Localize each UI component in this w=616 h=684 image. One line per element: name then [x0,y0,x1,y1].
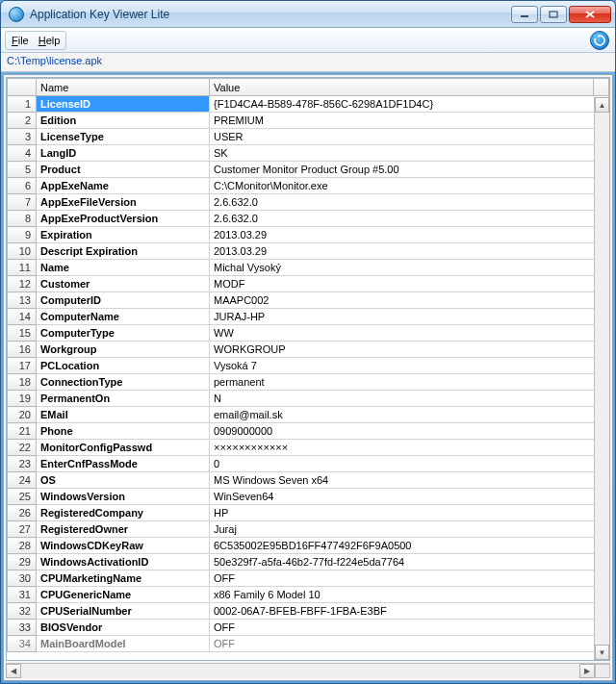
table-row[interactable]: 23EnterCnfPassMode0 [8,456,609,472]
table-row[interactable]: 27RegisteredOwnerJuraj [8,521,609,538]
cell-value[interactable]: MAAPC002 [210,292,609,309]
row-number[interactable]: 12 [8,276,37,292]
cell-name[interactable]: MainBoardModel [37,636,210,652]
vscroll-track[interactable] [595,113,609,645]
row-number[interactable]: 2 [8,113,37,129]
horizontal-scrollbar[interactable]: ◀ ▶ [6,663,610,678]
table-row[interactable]: 9Expiration2013.03.29 [8,227,609,243]
table-row[interactable]: 1LicenseID{F1D4CA4-B589-478F-856C-6298A1… [8,96,609,113]
row-number[interactable]: 27 [8,521,37,538]
cell-value[interactable]: Michal Vysoký [210,260,609,276]
table-row[interactable]: 25WindowsVersionWinSeven64 [8,489,609,505]
row-number[interactable]: 29 [8,554,37,570]
row-number[interactable]: 19 [8,391,37,407]
row-number[interactable]: 8 [8,211,37,227]
row-number[interactable]: 32 [8,603,37,620]
cell-value[interactable]: 0909000000 [210,423,609,440]
cell-value[interactable]: N [210,391,609,407]
cell-name[interactable]: Name [37,260,210,276]
row-number[interactable]: 26 [8,505,37,521]
table-row[interactable]: 16WorkgroupWORKGROUP [8,342,609,358]
row-number[interactable]: 22 [8,440,37,456]
cell-name[interactable]: Product [37,162,210,178]
row-number[interactable]: 9 [8,227,37,243]
scroll-left-button[interactable]: ◀ [6,664,21,678]
cell-name[interactable]: ComputerName [37,309,210,325]
table-row[interactable]: 11NameMichal Vysoký [8,260,609,276]
cell-name[interactable]: CPUGenericName [37,587,210,603]
table-row[interactable]: 31CPUGenericNamex86 Family 6 Model 10 [8,587,609,603]
cell-name[interactable]: LangID [37,145,210,162]
row-number[interactable]: 1 [8,96,37,113]
cell-name[interactable]: WindowsActivationID [37,554,210,570]
cell-name[interactable]: RegisteredOwner [37,521,210,538]
cell-name[interactable]: WindowsCDKeyRaw [37,538,210,554]
table-row[interactable]: 13ComputerIDMAAPC002 [8,292,609,309]
table-row[interactable]: 8AppExeProductVersion2.6.632.0 [8,211,609,227]
table-row[interactable]: 26RegisteredCompanyHP [8,505,609,521]
cell-value[interactable]: Juraj [210,521,609,538]
header-rownum[interactable] [8,79,37,96]
cell-name[interactable]: EnterCnfPassMode [37,456,210,472]
cell-value[interactable]: 2013.03.29 [210,243,609,260]
row-number[interactable]: 10 [8,243,37,260]
cell-name[interactable]: Descript Expiration [37,243,210,260]
table-row[interactable]: 29WindowsActivationID50e329f7-a5fa-46b2-… [8,554,609,570]
cell-value[interactable]: SK [210,145,609,162]
cell-value[interactable]: OFF [210,636,609,652]
cell-name[interactable]: Workgroup [37,342,210,358]
cell-value[interactable]: 0 [210,456,609,472]
cell-name[interactable]: Customer [37,276,210,292]
cell-name[interactable]: Phone [37,423,210,440]
table-row[interactable]: 28WindowsCDKeyRaw6C535002E95BD16FF477492… [8,538,609,554]
cell-value[interactable]: C:\CMonitor\Monitor.exe [210,178,609,194]
cell-name[interactable]: LicenseType [37,129,210,145]
cell-name[interactable]: CPUSerialNumber [37,603,210,620]
cell-value[interactable]: x86 Family 6 Model 10 [210,587,609,603]
cell-value[interactable]: USER [210,129,609,145]
cell-name[interactable]: CPUMarketingName [37,570,210,587]
row-number[interactable]: 24 [8,472,37,489]
minimize-button[interactable] [511,6,538,23]
table-row[interactable]: 4LangIDSK [8,145,609,162]
row-number[interactable]: 33 [8,620,37,636]
table-row[interactable]: 32CPUSerialNumber0002-06A7-BFEB-FBFF-1FB… [8,603,609,620]
cell-value[interactable]: WW [210,325,609,342]
row-number[interactable]: 4 [8,145,37,162]
close-button[interactable] [569,6,611,23]
table-row[interactable]: 17PCLocationVysoká 7 [8,358,609,374]
cell-value[interactable]: MODF [210,276,609,292]
table-row[interactable]: 33BIOSVendorOFF [8,620,609,636]
row-number[interactable]: 31 [8,587,37,603]
cell-value[interactable]: OFF [210,620,609,636]
cell-value[interactable]: MS Windows Seven x64 [210,472,609,489]
scroll-right-button[interactable]: ▶ [579,664,595,678]
cell-value[interactable]: 50e329f7-a5fa-46b2-77fd-f224e5da7764 [210,554,609,570]
cell-value[interactable]: JURAJ-HP [210,309,609,325]
header-value[interactable]: Value [210,79,594,96]
cell-name[interactable]: PermanentOn [37,391,210,407]
table-row[interactable]: 24OSMS Windows Seven x64 [8,472,609,489]
cell-name[interactable]: OS [37,472,210,489]
header-name[interactable]: Name [37,79,210,96]
row-number[interactable]: 13 [8,292,37,309]
refresh-button[interactable] [590,31,609,50]
row-number[interactable]: 5 [8,162,37,178]
row-number[interactable]: 6 [8,178,37,194]
table-row[interactable]: 2EditionPREMIUM [8,113,609,129]
table-row[interactable]: 19PermanentOnN [8,391,609,407]
scroll-up-button[interactable]: ▲ [595,97,609,113]
cell-value[interactable]: HP [210,505,609,521]
maximize-button[interactable] [540,6,567,23]
cell-value[interactable]: 2013.03.29 [210,227,609,243]
table-row[interactable]: 22MonitorConfigPasswd×××××××××××× [8,440,609,456]
cell-value[interactable]: permanent [210,374,609,391]
row-number[interactable]: 28 [8,538,37,554]
cell-value[interactable]: Customer Monitor Product Group #5.00 [210,162,609,178]
cell-value[interactable]: {F1D4CA4-B589-478F-856C-6298A1DF1D4C} [210,96,609,113]
cell-value[interactable]: 0002-06A7-BFEB-FBFF-1FBA-E3BF [210,603,609,620]
cell-name[interactable]: AppExeProductVersion [37,211,210,227]
row-number[interactable]: 16 [8,342,37,358]
table-row[interactable]: 3LicenseTypeUSER [8,129,609,145]
cell-value[interactable]: PREMIUM [210,113,609,129]
